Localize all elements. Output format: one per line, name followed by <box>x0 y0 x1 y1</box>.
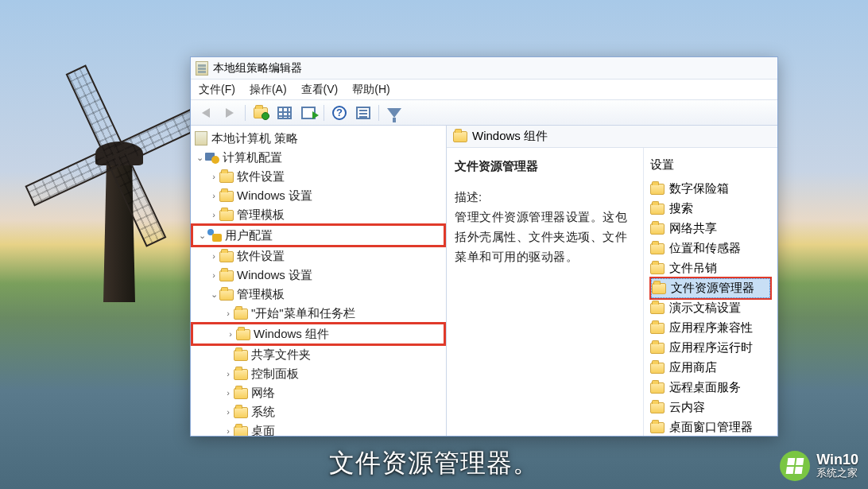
computer-config-icon <box>205 151 219 164</box>
chevron-right-icon[interactable]: › <box>208 210 219 219</box>
chevron-down-icon[interactable]: ⌄ <box>196 231 207 241</box>
chevron-right-icon[interactable]: › <box>208 270 219 280</box>
folder-icon <box>234 350 248 361</box>
tree-item-label: 管理模板 <box>237 208 285 223</box>
toolbar: ? <box>191 100 777 126</box>
funnel-icon <box>387 108 401 118</box>
menu-view[interactable]: 查看(V) <box>301 83 339 97</box>
settings-item-network-sharing[interactable]: 网络共享 <box>650 219 771 239</box>
tree-computer-config[interactable]: ⌄ 计算机配置 <box>191 148 446 167</box>
tree-item-control-panel[interactable]: › 控制面板 <box>191 364 446 383</box>
chevron-right-icon[interactable]: › <box>225 329 236 339</box>
properties-button[interactable] <box>353 103 374 122</box>
wallpaper-windmill <box>48 95 191 302</box>
folder-icon <box>650 363 665 374</box>
settings-item-label: 应用程序兼容性 <box>669 320 753 336</box>
settings-item-search[interactable]: 搜索 <box>650 199 771 219</box>
policy-icon <box>195 131 207 146</box>
folder-icon <box>219 289 234 301</box>
tree-pane[interactable]: 本地计算机 策略 ⌄ 计算机配置 › 软件设置 › <box>191 126 447 436</box>
settings-item-label: 位置和传感器 <box>669 241 741 256</box>
tree-item-label: 管理模板 <box>237 287 285 302</box>
description-text: 管理文件资源管理器设置。这包括外壳属性、文件夹选项、文件菜单和可用的驱动器。 <box>455 208 635 266</box>
folder-icon <box>650 382 665 394</box>
settings-item-file-explorer[interactable]: 文件资源管理器 <box>651 278 770 298</box>
windows-logo-icon <box>786 458 804 474</box>
chevron-right-icon[interactable]: › <box>208 191 219 200</box>
folder-icon <box>234 388 248 399</box>
folder-icon <box>236 329 250 340</box>
chevron-right-icon[interactable]: › <box>223 309 234 318</box>
folder-icon <box>650 343 665 354</box>
filter-button[interactable] <box>384 103 405 122</box>
settings-item-label: 应用商店 <box>669 360 717 375</box>
chevron-right-icon[interactable]: › <box>223 407 234 417</box>
settings-item-window-mgr[interactable]: 桌面窗口管理器 <box>650 417 771 436</box>
settings-item-file-revocation[interactable]: 文件吊销 <box>650 258 771 278</box>
arrow-left-icon <box>202 108 210 118</box>
chevron-right-icon[interactable]: › <box>223 388 234 398</box>
properties-icon <box>356 107 370 119</box>
folder-icon <box>650 243 665 254</box>
tree-item-network[interactable]: › 网络 <box>191 383 446 402</box>
tree-item-desktop[interactable]: › 桌面 <box>191 421 446 436</box>
help-button[interactable]: ? <box>329 103 350 122</box>
tree-item-label: 用户配置 <box>225 228 273 243</box>
folder-icon <box>219 172 234 183</box>
tree-item-label: "开始"菜单和任务栏 <box>251 306 355 321</box>
nav-back-button[interactable] <box>196 103 216 122</box>
up-folder-button[interactable] <box>250 103 271 122</box>
settings-item-remote-desktop[interactable]: 远程桌面服务 <box>650 378 771 398</box>
tree-item-windows-components[interactable]: › Windows 组件 <box>193 324 440 343</box>
tree-root[interactable]: 本地计算机 策略 <box>191 129 446 148</box>
tree-item-software[interactable]: › 软件设置 <box>191 246 446 266</box>
chevron-right-icon[interactable]: › <box>208 172 219 181</box>
tree-item-system[interactable]: › 系统 <box>191 402 446 421</box>
tree-item-admin-templates[interactable]: ⌄ 管理模板 <box>191 285 446 304</box>
chevron-right-icon[interactable]: › <box>208 251 219 261</box>
export-button[interactable] <box>298 103 319 122</box>
tree-item-start-taskbar[interactable]: › "开始"菜单和任务栏 <box>191 304 446 323</box>
tree-item-admin-templates[interactable]: › 管理模板 <box>191 205 446 224</box>
settings-item-app-compat[interactable]: 应用程序兼容性 <box>650 318 771 338</box>
tree-item-software[interactable]: › 软件设置 <box>191 167 446 186</box>
settings-item-cloud-content[interactable]: 云内容 <box>650 398 771 417</box>
folder-icon <box>650 263 665 274</box>
titlebar[interactable]: 本地组策略编辑器 <box>191 57 777 80</box>
settings-column: 设置 数字保险箱 搜索 网络共享 位置和传感器 文件吊销 文件资源管理器 演示文… <box>644 148 777 436</box>
chevron-down-icon[interactable]: ⌄ <box>194 153 205 163</box>
highlight-file-explorer: 文件资源管理器 <box>649 277 772 300</box>
settings-item-presentation[interactable]: 演示文稿设置 <box>650 298 771 318</box>
description-title: 文件资源管理器 <box>455 159 635 174</box>
tree-item-windows-settings[interactable]: › Windows 设置 <box>191 266 446 285</box>
tree-item-shared-folders[interactable]: 共享文件夹 <box>191 345 446 364</box>
menu-help[interactable]: 帮助(H) <box>352 83 389 97</box>
settings-item-location-sensors[interactable]: 位置和传感器 <box>650 239 771 258</box>
tree-item-windows-settings[interactable]: › Windows 设置 <box>191 186 446 205</box>
settings-item-app-store[interactable]: 应用商店 <box>650 358 771 378</box>
folder-icon <box>650 422 665 433</box>
chevron-down-icon[interactable]: ⌄ <box>208 289 219 300</box>
content-header: Windows 组件 <box>447 126 777 148</box>
watermark-badge <box>780 451 810 481</box>
menu-action[interactable]: 操作(A) <box>250 83 287 97</box>
menu-file[interactable]: 文件(F) <box>199 83 235 97</box>
folder-icon <box>234 309 248 320</box>
show-tree-button[interactable] <box>274 103 295 122</box>
folder-icon <box>234 426 248 437</box>
chevron-right-icon[interactable]: › <box>223 369 234 378</box>
tree-item-label: Windows 设置 <box>237 188 312 204</box>
settings-item-app-runtime[interactable]: 应用程序运行时 <box>650 338 771 358</box>
folder-icon <box>650 323 665 334</box>
settings-item-label: 桌面窗口管理器 <box>669 420 753 435</box>
tree-item-label: 网络 <box>251 386 275 401</box>
chevron-right-icon[interactable]: › <box>223 426 234 436</box>
tree-root-label: 本地计算机 策略 <box>211 131 298 146</box>
tree-user-config[interactable]: ⌄ 用户配置 <box>193 226 440 245</box>
settings-item-label: 网络共享 <box>669 221 717 236</box>
tree-item-label: 桌面 <box>251 424 275 437</box>
settings-item-digital-locker[interactable]: 数字保险箱 <box>650 179 771 199</box>
grid-icon <box>277 107 292 119</box>
settings-item-label: 演示文稿设置 <box>669 301 741 316</box>
nav-forward-button[interactable] <box>219 103 240 122</box>
